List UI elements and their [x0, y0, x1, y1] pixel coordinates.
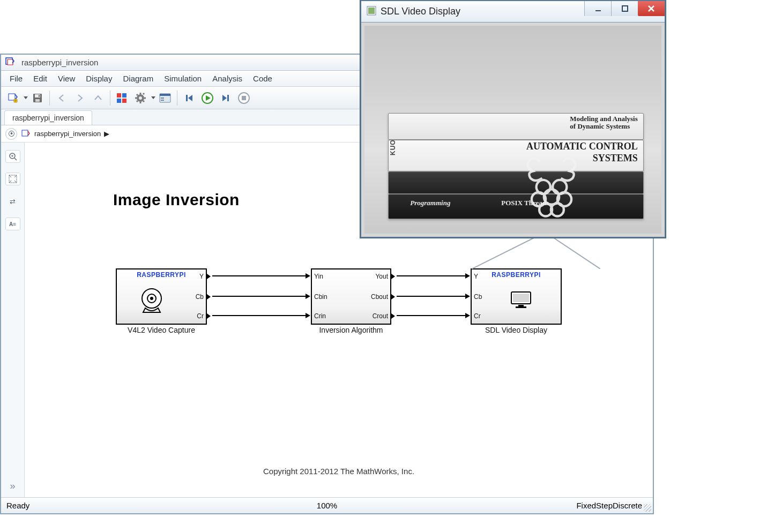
video-image: Modeling and Analysis of Dynamic Systems…: [364, 26, 661, 234]
block-video-capture[interactable]: RASPBERRYPI Y Cb Cr V4L2 Video Capture: [116, 268, 207, 325]
signal-wire[interactable]: [212, 296, 306, 297]
arrowhead-icon: [306, 313, 310, 318]
port-in: Cr: [474, 312, 481, 320]
port-out: Y: [199, 273, 204, 280]
block-sdl-video-display[interactable]: RASPBERRYPI Y Cb Cr SDL Video Display: [471, 268, 562, 325]
block-label: Inversion Algorithm: [319, 326, 383, 334]
svg-rect-5: [35, 99, 40, 102]
book-title: Modeling and Analysis of Dynamic Systems: [570, 115, 637, 130]
block-label: SDL Video Display: [485, 326, 547, 334]
port-in: Cbin: [314, 293, 327, 301]
svg-rect-10: [122, 99, 126, 103]
monitor-icon: [510, 291, 532, 311]
document-tab-active[interactable]: raspberrypi_inversion: [4, 110, 92, 125]
sdl-titlebar[interactable]: SDL Video Display: [361, 1, 665, 23]
menu-analysis[interactable]: Analysis: [207, 72, 248, 85]
svg-point-12: [139, 96, 142, 100]
sdl-window[interactable]: SDL Video Display Modeling and Analysis …: [360, 0, 666, 238]
hide-explorer-button[interactable]: ⦿: [5, 128, 17, 140]
model-configuration-button[interactable]: [132, 89, 149, 107]
config-dropdown-icon[interactable]: [151, 96, 155, 99]
arrowhead-icon: [306, 294, 310, 299]
annotation-button[interactable]: A≡: [5, 218, 20, 230]
new-model-dropdown-icon[interactable]: [24, 96, 28, 99]
port-in: Yin: [314, 273, 323, 280]
book-title: AUTOMATIC CONTROL: [526, 141, 638, 152]
svg-rect-17: [186, 95, 188, 101]
signal-wire[interactable]: [397, 296, 465, 297]
status-solver: FixedStepDiscrete: [576, 501, 642, 510]
block-brand: RASPBERRYPI: [472, 271, 561, 279]
svg-rect-14: [160, 94, 170, 96]
book-spine: KUO: [389, 140, 397, 156]
menu-diagram[interactable]: Diagram: [117, 72, 159, 85]
window-controls: [584, 1, 665, 16]
port-out: Yout: [375, 273, 388, 280]
svg-rect-8: [122, 93, 126, 98]
signal-wire[interactable]: [212, 275, 306, 276]
svg-rect-15: [161, 98, 164, 99]
arrowhead-icon: [465, 313, 470, 318]
menu-code[interactable]: Code: [248, 72, 278, 85]
zoom-button[interactable]: [5, 150, 20, 163]
book: [388, 171, 643, 194]
svg-rect-30: [518, 305, 524, 306]
signal-wire[interactable]: [397, 275, 465, 276]
port-arrow-icon: [391, 274, 395, 279]
resize-grip-icon[interactable]: [644, 504, 651, 512]
breadcrumb[interactable]: raspberrypi_inversion ▶: [21, 130, 109, 138]
step-back-button[interactable]: [181, 89, 198, 107]
svg-rect-34: [595, 10, 601, 11]
sdl-video-frame: Modeling and Analysis of Dynamic Systems…: [361, 23, 665, 237]
port-arrow-icon: [207, 313, 211, 319]
svg-rect-19: [227, 95, 229, 101]
minimize-button[interactable]: [584, 1, 611, 16]
block-brand: RASPBERRYPI: [117, 271, 206, 279]
port-out: Cb: [196, 293, 204, 301]
signal-wire[interactable]: [397, 315, 465, 316]
diagram-title: Image Inversion: [113, 191, 240, 209]
step-forward-button[interactable]: [217, 89, 234, 107]
svg-rect-16: [161, 100, 164, 101]
svg-point-27: [150, 297, 153, 300]
save-button[interactable]: [29, 89, 46, 107]
stop-button[interactable]: [235, 89, 252, 107]
svg-rect-33: [368, 8, 375, 14]
signal-wire[interactable]: [212, 315, 306, 316]
book-title: Programming: [410, 199, 450, 207]
svg-rect-21: [242, 96, 246, 100]
close-button[interactable]: [638, 1, 665, 16]
breadcrumb-model[interactable]: raspberrypi_inversion: [34, 130, 101, 138]
menu-file[interactable]: File: [4, 72, 28, 85]
up-button[interactable]: [90, 89, 107, 107]
back-button[interactable]: [53, 89, 70, 107]
status-ready: Ready: [6, 501, 29, 510]
model-explorer-button[interactable]: [157, 89, 174, 107]
library-browser-button[interactable]: [114, 89, 131, 107]
arrowhead-icon: [306, 273, 310, 279]
block-inversion-algorithm[interactable]: Yin Cbin Crin Yout Cbout Crout Inversion…: [311, 268, 391, 325]
run-button[interactable]: [199, 89, 216, 107]
raspberry-pi-logo-icon: [522, 155, 581, 219]
forward-button[interactable]: [71, 89, 88, 107]
port-arrow-icon: [207, 274, 211, 279]
palette: ⇄ A≡ »: [1, 143, 25, 497]
maximize-button[interactable]: [611, 1, 638, 16]
port-in: Cb: [474, 293, 482, 301]
svg-rect-22: [22, 130, 28, 136]
palette-expand-icon[interactable]: »: [10, 481, 15, 497]
port-arrow-icon: [391, 313, 395, 319]
menu-simulation[interactable]: Simulation: [159, 72, 207, 85]
menu-display[interactable]: Display: [80, 72, 117, 85]
book-title: SYSTEMS: [593, 153, 638, 163]
svg-rect-35: [622, 6, 628, 11]
menu-edit[interactable]: Edit: [28, 72, 53, 85]
toggle-perspectives-button[interactable]: ⇄: [5, 195, 20, 208]
port-arrow-icon: [391, 294, 395, 299]
breadcrumb-chevron-icon: ▶: [104, 130, 109, 138]
simulink-model-icon: [5, 57, 18, 68]
fit-to-view-button[interactable]: [5, 173, 20, 185]
new-model-button[interactable]: [4, 89, 21, 107]
menu-view[interactable]: View: [53, 72, 80, 85]
statusbar: Ready 100% FixedStepDiscrete: [1, 497, 653, 513]
